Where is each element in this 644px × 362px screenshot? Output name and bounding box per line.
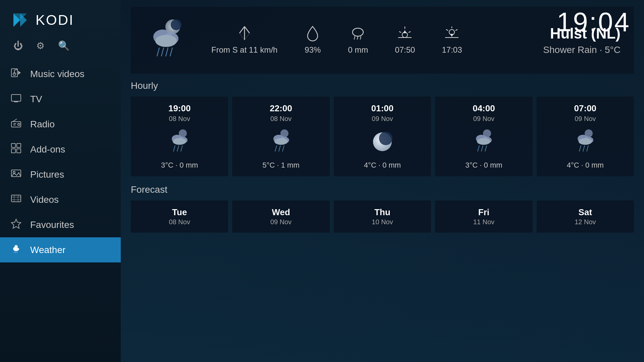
sidebar-item-pictures[interactable]: Pictures [0, 162, 121, 187]
sidebar-item-videos[interactable]: Videos [0, 187, 121, 212]
hourly-time-2: 01:00 [371, 103, 394, 114]
hourly-card-1: 22:00 08 Nov 5°C · 1 mm [232, 97, 329, 176]
forecast-date-0: 08 Nov [169, 218, 190, 226]
svg-line-33 [15, 251, 16, 253]
tv-icon [10, 93, 22, 106]
wind-detail: From S at 11 km/h [211, 25, 277, 56]
svg-line-86 [481, 145, 483, 152]
app-title: KODI [36, 12, 74, 28]
sidebar-item-tv-label: TV [30, 94, 42, 105]
forecast-day-4: Sat [579, 207, 592, 218]
sidebar-item-addons-label: Add-ons [30, 144, 65, 155]
music-videos-icon [10, 67, 22, 80]
hourly-card-4: 07:00 09 Nov 4°C · 0 mm [537, 97, 634, 176]
svg-line-76 [275, 145, 277, 152]
sidebar-item-music-videos-label: Music videos [30, 69, 85, 79]
sidebar-item-weather-label: Weather [30, 245, 65, 255]
svg-line-52 [360, 36, 361, 40]
svg-line-94 [587, 145, 588, 152]
svg-point-84 [477, 138, 490, 145]
sidebar-item-videos-label: Videos [30, 194, 59, 205]
forecast-section: Forecast Tue 08 Nov Wed 09 Nov Thu 10 No… [131, 184, 634, 233]
forecast-day-3: Fri [478, 207, 489, 218]
videos-icon [10, 193, 22, 206]
forecast-date-4: 12 Nov [575, 218, 596, 226]
forecast-card-0: Tue 08 Nov [131, 200, 228, 233]
hourly-date-0: 08 Nov [169, 115, 190, 123]
hourly-card-3: 04:00 09 Nov 3°C · 0 mm [435, 97, 532, 176]
radio-icon [10, 118, 22, 131]
weather-icon [10, 243, 22, 256]
addons-icon [10, 143, 22, 156]
hourly-header: Hourly [131, 80, 634, 91]
forecast-date-3: 11 Nov [473, 218, 494, 226]
svg-point-36 [171, 19, 181, 30]
hourly-icon-4 [570, 127, 600, 157]
search-icon[interactable]: 🔍 [58, 40, 70, 51]
svg-marker-7 [18, 71, 21, 75]
humidity-detail: 93% [304, 25, 321, 56]
hourly-time-4: 07:00 [574, 103, 597, 114]
svg-line-50 [354, 36, 355, 40]
wind-icon [236, 25, 253, 42]
hourly-date-4: 09 Nov [575, 115, 596, 123]
svg-point-49 [353, 28, 363, 36]
humidity-icon [304, 25, 321, 42]
pictures-icon [10, 168, 22, 181]
sidebar-item-radio-label: Radio [30, 119, 55, 130]
hourly-date-2: 09 Nov [372, 115, 393, 123]
hourly-temp-3: 3°C · 0 mm [465, 161, 502, 170]
forecast-card-2: Thu 10 Nov [334, 200, 431, 233]
forecast-cards: Tue 08 Nov Wed 09 Nov Thu 10 Nov Fri 11 … [131, 200, 634, 233]
hourly-icon-2 [367, 127, 397, 157]
sidebar-nav: Music videos TV Radio Add-ons Pictures [0, 61, 121, 362]
svg-point-68 [173, 138, 186, 145]
hourly-icon-1 [266, 127, 296, 157]
weather-details-grid: From S at 11 km/h 93% 0 mm [211, 25, 543, 56]
time-display: 19:04 [557, 7, 631, 38]
svg-line-70 [177, 145, 179, 152]
svg-line-77 [279, 145, 280, 152]
svg-line-61 [446, 29, 448, 31]
svg-line-48 [245, 33, 250, 40]
hourly-icon-0 [164, 127, 195, 157]
kodi-header: KODI [0, 0, 121, 37]
svg-line-85 [478, 145, 479, 152]
settings-icon[interactable]: ⚙ [36, 40, 45, 51]
hourly-time-1: 22:00 [270, 103, 292, 114]
location-condition: Shower Rain · 5°C [543, 45, 621, 55]
sidebar-item-weather[interactable]: Weather [0, 237, 121, 262]
svg-line-15 [13, 119, 17, 122]
forecast-header: Forecast [131, 184, 634, 195]
svg-rect-18 [11, 149, 15, 153]
sidebar-item-addons[interactable]: Add-ons [0, 137, 121, 162]
hourly-cards: 19:00 08 Nov 3°C · 0 mm 22:00 08 Nov [131, 97, 634, 176]
hourly-section: Hourly 19:00 08 Nov 3°C · 0 mm [131, 80, 634, 176]
svg-line-46 [245, 26, 250, 33]
forecast-card-4: Sat 12 Nov [537, 200, 634, 233]
hourly-date-1: 08 Nov [270, 115, 291, 123]
hourly-icon-3 [469, 127, 499, 157]
sidebar-top-icons: ⏻ ⚙ 🔍 [0, 37, 121, 61]
sidebar-item-music-videos[interactable]: Music videos [0, 61, 121, 86]
main-content: From S at 11 km/h 93% 0 mm [121, 0, 644, 362]
svg-line-78 [282, 145, 284, 152]
forecast-date-1: 09 Nov [270, 218, 291, 226]
hourly-temp-2: 4°C · 0 mm [364, 161, 401, 170]
sidebar-item-radio[interactable]: Radio [0, 112, 121, 137]
svg-rect-17 [17, 143, 21, 147]
power-icon[interactable]: ⏻ [13, 40, 23, 51]
sunset-icon [443, 25, 460, 42]
sidebar-item-favourites[interactable]: Favourites [0, 212, 121, 237]
svg-line-32 [14, 251, 14, 253]
svg-rect-8 [11, 95, 21, 101]
forecast-card-1: Wed 09 Nov [232, 200, 329, 233]
svg-line-92 [579, 145, 581, 152]
svg-point-12 [18, 123, 20, 125]
svg-point-31 [13, 248, 19, 251]
svg-line-34 [17, 251, 17, 253]
current-weather-icon [144, 17, 191, 64]
sidebar-item-tv[interactable]: TV [0, 86, 121, 112]
sunrise-icon [396, 25, 413, 42]
sunset-value: 17:03 [442, 44, 462, 56]
